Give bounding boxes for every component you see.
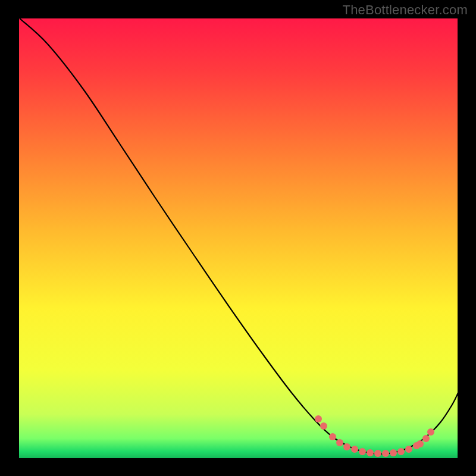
highlight-dot [397,448,405,455]
highlight-dot [367,449,374,456]
highlight-dot [374,450,381,457]
highlight-dot [336,439,343,446]
highlight-dot [405,446,412,453]
highlight-dot [329,433,336,440]
highlight-dot [416,440,424,447]
highlight-dot [359,448,366,455]
highlight-dot [315,415,322,422]
highlight-dot [343,443,350,450]
highlight-dot [320,422,327,430]
highlight-dot [382,450,389,457]
highlight-dot [390,449,397,456]
chart-frame: TheBottlenecker.com [0,0,476,476]
watermark-text: TheBottlenecker.com [343,2,468,18]
highlight-dot [422,435,430,442]
highlight-dot [427,428,434,436]
plot-background [19,18,458,458]
highlight-dot [351,446,358,453]
chart-svg [0,0,476,476]
